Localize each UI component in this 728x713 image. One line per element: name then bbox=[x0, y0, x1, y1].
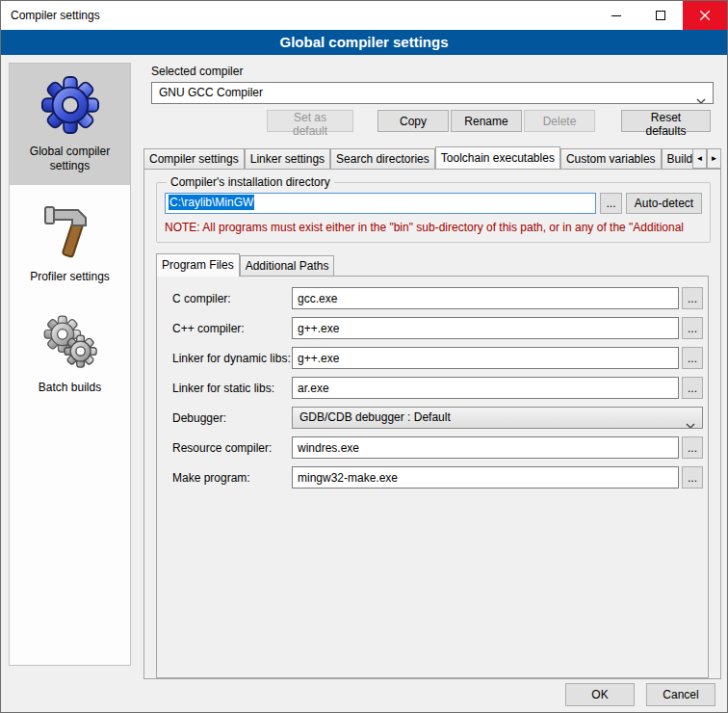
chevron-down-icon bbox=[686, 415, 695, 429]
compiler-settings-window: Compiler settings Global compiler settin… bbox=[0, 0, 728, 713]
maximize-icon bbox=[656, 11, 665, 20]
static-linker-label: Linker for static libs: bbox=[172, 382, 292, 395]
close-button[interactable] bbox=[683, 1, 727, 30]
tab-linker-settings[interactable]: Linker settings bbox=[245, 148, 330, 169]
cpp-compiler-row: C++ compiler: ... bbox=[172, 317, 708, 339]
make-program-browse-button[interactable]: ... bbox=[682, 466, 703, 489]
ok-button[interactable]: OK bbox=[565, 683, 635, 706]
window-controls bbox=[594, 1, 727, 30]
debugger-select-value: GDB/CDB debugger : Default bbox=[299, 410, 451, 424]
minimize-icon bbox=[611, 11, 621, 20]
dynamic-linker-row: Linker for dynamic libs: ... bbox=[172, 347, 708, 369]
installation-directory-label: Compiler's installation directory bbox=[167, 175, 334, 189]
cpp-compiler-browse-button[interactable]: ... bbox=[682, 317, 703, 339]
debugger-row: Debugger: GDB/CDB debugger : Default bbox=[172, 407, 708, 429]
static-linker-input[interactable] bbox=[292, 377, 679, 399]
tab-additional-paths[interactable]: Additional Paths bbox=[240, 255, 335, 276]
chevron-down-icon bbox=[696, 91, 706, 104]
c-compiler-row: C compiler: ... bbox=[172, 287, 708, 309]
bin-subdirectory-note: NOTE: All programs must exist either in … bbox=[165, 221, 702, 234]
sidebar-item-label: Profiler settings bbox=[30, 270, 110, 284]
install-dir-browse-button[interactable]: ... bbox=[600, 193, 622, 214]
tab-custom-variables[interactable]: Custom variables bbox=[560, 148, 662, 169]
programs-tab-strip: Program Files Additional Paths bbox=[156, 252, 709, 276]
maximize-button[interactable] bbox=[638, 1, 683, 30]
sidebar-item-global-compiler-settings[interactable]: Global compiler settings bbox=[10, 64, 130, 185]
main-area: Selected compiler GNU GCC Compiler Set a… bbox=[143, 63, 721, 679]
sidebar-item-label: Batch builds bbox=[39, 381, 101, 395]
installation-directory-group: Compiler's installation directory C:\ray… bbox=[156, 175, 711, 243]
auto-detect-button[interactable]: Auto-detect bbox=[626, 193, 702, 214]
tab-search-directories[interactable]: Search directories bbox=[330, 148, 435, 169]
compiler-select[interactable]: GNU GCC Compiler bbox=[151, 82, 714, 104]
dynamic-linker-input[interactable] bbox=[292, 347, 679, 369]
copy-button[interactable]: Copy bbox=[377, 110, 449, 132]
page-title: Global compiler settings bbox=[1, 30, 727, 55]
sidebar-item-batch-builds[interactable]: Batch builds bbox=[10, 304, 130, 407]
right-arrow-icon: ► bbox=[711, 154, 718, 163]
compiler-select-value: GNU GCC Compiler bbox=[159, 86, 263, 99]
resource-compiler-row: Resource compiler: ... bbox=[172, 436, 708, 459]
set-as-default-button: Set as default bbox=[267, 110, 353, 132]
dynamic-linker-label: Linker for dynamic libs: bbox=[172, 352, 292, 365]
make-program-label: Make program: bbox=[172, 471, 292, 485]
installation-directory-row: C:\raylib\MinGW ... Auto-detect bbox=[165, 193, 702, 214]
profiler-tool-icon bbox=[43, 204, 97, 260]
rename-button[interactable]: Rename bbox=[451, 110, 522, 132]
compiler-buttons-row: Set as default Copy Rename Delete Reset … bbox=[143, 110, 711, 132]
blue-gear-icon bbox=[40, 75, 100, 135]
program-files-panel: C compiler: ... C++ compiler: ... Linker… bbox=[156, 276, 709, 678]
c-compiler-browse-button[interactable]: ... bbox=[682, 287, 703, 309]
cancel-button[interactable]: Cancel bbox=[646, 683, 715, 706]
install-dir-selected-text: C:\raylib\MinGW bbox=[169, 195, 254, 210]
static-linker-row: Linker for static libs: ... bbox=[172, 377, 708, 399]
scroll-tabs-left-button[interactable]: ◄ bbox=[692, 148, 707, 169]
scroll-tabs-right-button[interactable]: ► bbox=[707, 148, 721, 169]
resource-compiler-label: Resource compiler: bbox=[172, 441, 292, 455]
debugger-label: Debugger: bbox=[172, 411, 292, 425]
tab-toolchain-executables[interactable]: Toolchain executables bbox=[435, 146, 560, 169]
install-dir-input[interactable]: C:\raylib\MinGW bbox=[165, 193, 596, 214]
left-arrow-icon: ◄ bbox=[696, 154, 704, 163]
window-title: Compiler settings bbox=[1, 9, 100, 22]
gray-gears-icon bbox=[42, 315, 98, 371]
make-program-input[interactable] bbox=[292, 466, 679, 489]
c-compiler-input[interactable] bbox=[292, 287, 679, 309]
minimize-button[interactable] bbox=[594, 1, 638, 30]
sidebar-item-label: Global compiler settings bbox=[13, 145, 126, 173]
tab-program-files[interactable]: Program Files bbox=[156, 253, 240, 277]
sidebar: Global compiler settings Profiler settin… bbox=[9, 63, 131, 666]
static-linker-browse-button[interactable]: ... bbox=[682, 377, 703, 399]
sidebar-item-profiler-settings[interactable]: Profiler settings bbox=[10, 193, 130, 296]
debugger-select[interactable]: GDB/CDB debugger : Default bbox=[292, 407, 703, 429]
tab-compiler-settings[interactable]: Compiler settings bbox=[143, 148, 245, 169]
tab-scroll-buttons: ◄ ► bbox=[692, 148, 721, 169]
toolchain-executables-panel: Compiler's installation directory C:\ray… bbox=[143, 169, 721, 679]
dynamic-linker-browse-button[interactable]: ... bbox=[682, 347, 703, 369]
reset-defaults-button[interactable]: Reset defaults bbox=[621, 110, 711, 132]
selected-compiler-label: Selected compiler bbox=[151, 65, 721, 78]
cpp-compiler-input[interactable] bbox=[292, 317, 679, 339]
settings-tab-strip: Compiler settings Linker settings Search… bbox=[143, 145, 721, 169]
make-program-row: Make program: ... bbox=[172, 466, 708, 489]
resource-compiler-browse-button[interactable]: ... bbox=[682, 436, 703, 459]
c-compiler-label: C compiler: bbox=[172, 292, 292, 305]
resource-compiler-input[interactable] bbox=[292, 436, 679, 459]
titlebar: Compiler settings bbox=[1, 1, 727, 30]
cpp-compiler-label: C++ compiler: bbox=[172, 322, 292, 335]
delete-button: Delete bbox=[524, 110, 595, 132]
close-icon bbox=[700, 11, 710, 20]
